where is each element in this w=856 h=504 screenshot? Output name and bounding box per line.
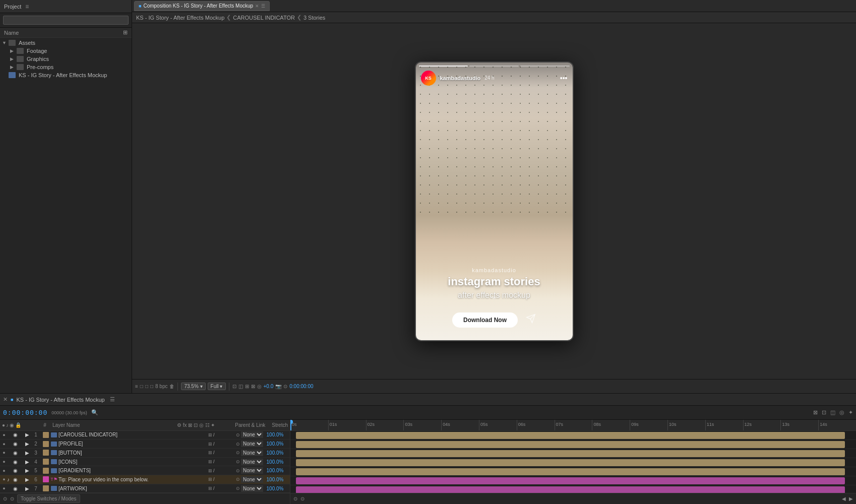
- tl-icon-5[interactable]: ✦: [848, 409, 853, 416]
- comp-tab-menu[interactable]: ☰: [261, 4, 265, 9]
- l5-sw2[interactable]: /: [213, 468, 215, 473]
- layer-2-vis[interactable]: ●: [1, 442, 7, 447]
- l4-sw2[interactable]: /: [213, 459, 215, 464]
- layer-6-audio[interactable]: ♪: [7, 477, 13, 482]
- playhead[interactable]: [290, 420, 291, 430]
- search-input[interactable]: [3, 16, 129, 25]
- layer-row-4[interactable]: ● ◉ ▶ 4 [ICONS] ⊞ / ⊙ None 100.0%: [0, 458, 290, 467]
- layer-2-solo[interactable]: ◉: [13, 441, 19, 447]
- l5-sw1[interactable]: ⊞: [208, 468, 212, 473]
- layer-7-solo[interactable]: ◉: [13, 486, 19, 491]
- toggle-right-icon[interactable]: ⊙: [10, 496, 14, 501]
- layer-6-vis[interactable]: ●: [1, 477, 7, 482]
- composition-tab[interactable]: ■ Composition KS - IG Story - After Effe…: [134, 1, 270, 11]
- hamburger-icon[interactable]: ≡: [25, 3, 29, 10]
- l6-sw1[interactable]: ⊞: [208, 477, 212, 482]
- layer-1-collapse[interactable]: ▶: [25, 432, 30, 437]
- tl-icon-2[interactable]: ⊡: [822, 409, 826, 416]
- breadcrumb-item-3[interactable]: 3 Stories: [303, 15, 325, 21]
- layer-row-5[interactable]: ● ◉ ▶ 5 [GRADIENTS] ⊞ / ⊙ None 100.0%: [0, 466, 290, 475]
- l7-sw2[interactable]: /: [213, 486, 215, 491]
- layer-4-vis[interactable]: ●: [1, 459, 7, 464]
- timeline-menu-icon[interactable]: ☰: [110, 396, 115, 403]
- timeline-close-btn[interactable]: ✕: [3, 396, 8, 403]
- layer-6-parent-select[interactable]: None: [241, 476, 263, 483]
- layer-3-parent-select[interactable]: None: [241, 450, 263, 456]
- layer-5-collapse[interactable]: ▶: [25, 468, 30, 473]
- breadcrumb-item-1[interactable]: KS - IG Story - After Effects Mockup: [136, 15, 224, 21]
- l3-sw1[interactable]: ⊞: [208, 450, 212, 455]
- layer-3-color[interactable]: [43, 450, 49, 456]
- tb-trash-icon[interactable]: 🗑: [169, 384, 174, 389]
- tl-bottom-icon-2[interactable]: ⊙: [300, 496, 304, 501]
- timeline-search-icon[interactable]: 🔍: [91, 409, 98, 416]
- zoom-dropdown[interactable]: 73.5% ▾: [181, 383, 205, 390]
- l7-sw1[interactable]: ⊞: [208, 486, 212, 491]
- l1-sw2[interactable]: /: [213, 432, 215, 437]
- layer-7-color[interactable]: [43, 485, 49, 491]
- layer-4-collapse[interactable]: ▶: [25, 459, 30, 465]
- layer-3-collapse[interactable]: ▶: [25, 450, 30, 456]
- layer-row-2[interactable]: ● ◉ ▶ 2 [PROFILE] ⊞ / ⊙ None 100.0%: [0, 439, 290, 449]
- tl-nav-left[interactable]: ◀: [842, 496, 846, 501]
- track-bar-3[interactable]: [296, 450, 844, 457]
- layer-row-7[interactable]: ● ◉ ▶ 7 [ARTWORK] ⊞ / ⊙ None 100.0%: [0, 484, 290, 493]
- tb-icon-motion[interactable]: ⊙: [283, 384, 287, 389]
- track-bar-5[interactable]: [296, 468, 844, 475]
- layer-7-collapse[interactable]: ▶: [25, 486, 30, 491]
- layer-1-solo[interactable]: ◉: [13, 432, 19, 437]
- tl-icon-1[interactable]: ⊠: [813, 409, 818, 416]
- l2-sw2[interactable]: /: [213, 442, 215, 447]
- tree-item-footage[interactable]: ▶ Footage: [0, 47, 132, 55]
- layer-2-collapse[interactable]: ▶: [25, 441, 30, 447]
- story-download-button[interactable]: Download Now: [452, 312, 518, 328]
- track-bar-2[interactable]: [296, 441, 844, 448]
- track-bar-7[interactable]: [296, 486, 844, 493]
- layer-4-parent-select[interactable]: None: [241, 459, 263, 465]
- tl-icon-3[interactable]: ◫: [830, 409, 835, 416]
- layer-4-color[interactable]: [43, 459, 49, 465]
- tree-item-precomps[interactable]: ▶ Pre-comps: [0, 63, 132, 71]
- tree-item-assets[interactable]: ▼ Assets: [0, 39, 132, 47]
- track-bar-1[interactable]: [296, 432, 844, 439]
- track-bar-6[interactable]: [296, 477, 844, 484]
- tree-item-ks-comp[interactable]: KS - IG Story - After Effects Mockup: [0, 71, 132, 79]
- toggle-switches-button[interactable]: Toggle Switches / Modes: [17, 494, 80, 503]
- layer-row-6[interactable]: ● ♪ ◉ ▶ 6 T⚑ Tip: Place your video in th…: [0, 475, 290, 484]
- layer-3-solo[interactable]: ◉: [13, 450, 19, 456]
- layer-1-parent-select[interactable]: None: [241, 431, 263, 438]
- tb-icon-region[interactable]: ⊡: [232, 384, 236, 389]
- layer-5-parent-select[interactable]: None: [241, 467, 263, 474]
- tree-item-graphics[interactable]: ▶ Graphics: [0, 55, 132, 63]
- track-bar-4[interactable]: [296, 459, 844, 466]
- tl-bottom-icon-1[interactable]: ⊙: [293, 496, 297, 501]
- tl-nav-right[interactable]: ▶: [849, 496, 853, 501]
- l4-sw1[interactable]: ⊞: [208, 459, 212, 464]
- layer-2-parent-select[interactable]: None: [241, 440, 263, 447]
- layer-5-color[interactable]: [43, 468, 49, 474]
- l2-sw1[interactable]: ⊞: [208, 442, 212, 447]
- l6-sw2[interactable]: /: [213, 477, 215, 482]
- layer-7-vis[interactable]: ●: [1, 486, 7, 491]
- layer-5-solo[interactable]: ◉: [13, 468, 19, 473]
- story-more-icon[interactable]: •••: [560, 74, 568, 82]
- layer-row-3[interactable]: ● ◉ ▶ 3 [BUTTON] ⊞ / ⊙ None 100.0%: [0, 449, 290, 458]
- story-send-icon[interactable]: [526, 313, 536, 326]
- layer-7-parent-select[interactable]: None: [241, 485, 263, 492]
- tb-icon-cam[interactable]: 📷: [275, 384, 281, 389]
- comp-tab-close[interactable]: ✕: [255, 4, 259, 9]
- layer-3-vis[interactable]: ●: [1, 450, 7, 455]
- tb-icon-7[interactable]: ⊠: [251, 384, 255, 389]
- layer-6-collapse[interactable]: ▶: [25, 477, 30, 482]
- toggle-left-icon[interactable]: ⊙: [3, 496, 7, 501]
- layer-4-solo[interactable]: ◉: [13, 459, 19, 465]
- breadcrumb-item-2[interactable]: CAROUSEL INDICATOR: [233, 15, 295, 21]
- tl-icon-4[interactable]: ◎: [839, 409, 844, 416]
- tb-icon-8[interactable]: ◎: [257, 384, 262, 389]
- layer-5-vis[interactable]: ●: [1, 468, 7, 473]
- quality-dropdown[interactable]: Full ▾: [208, 383, 226, 390]
- l1-sw1[interactable]: ⊞: [208, 432, 212, 437]
- layer-1-color[interactable]: [43, 432, 49, 438]
- layer-row-1[interactable]: ● ◉ ▶ 1 [CAROUSEL INDICATOR] ⊞ / ⊙ None …: [0, 431, 290, 440]
- layer-6-solo[interactable]: ◉: [13, 477, 19, 482]
